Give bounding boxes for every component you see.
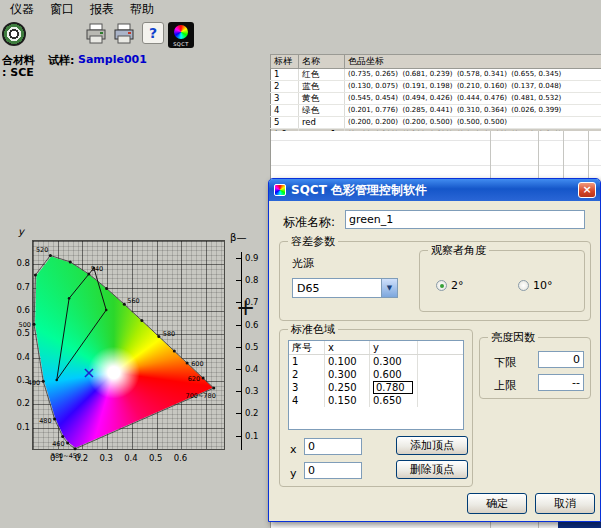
luminance-group: 亮度因数 下限 上限: [479, 337, 591, 399]
y-input[interactable]: [304, 462, 362, 479]
x-tick: 0.1: [50, 453, 64, 463]
add-vertex-button[interactable]: 添加顶点: [396, 436, 468, 455]
standard-name-input[interactable]: [345, 210, 585, 229]
cie-horseshoe: [33, 241, 224, 449]
cell-coords[interactable]: (0.200, 0.200) (0.200, 0.500) (0.500, 0.…: [345, 117, 601, 129]
cell-coords[interactable]: (0.201, 0.776) (0.285, 0.441) (0.310, 0.…: [345, 105, 601, 117]
vertex-cell[interactable]: 0.250: [325, 381, 370, 394]
cell-coords[interactable]: (0.735, 0.265) (0.681, 0.239) (0.578, 0.…: [345, 69, 601, 81]
cell-name[interactable]: 黄色: [299, 93, 345, 105]
mode-label: : SCE: [2, 66, 34, 79]
vertex-table[interactable]: 序号 x y 10.1000.30020.3000.60030.2500.780…: [288, 340, 464, 430]
table-row[interactable]: 4绿色(0.201, 0.776) (0.285, 0.441) (0.310,…: [271, 105, 601, 117]
beta-tick: 0.9: [245, 253, 259, 263]
vertex-cell[interactable]: 1: [289, 355, 325, 368]
vertex-row[interactable]: 20.3000.600: [289, 368, 463, 381]
radio-icon[interactable]: [436, 280, 447, 291]
vertex-row[interactable]: 30.2500.780: [289, 381, 463, 394]
y-tick: 0.8: [14, 258, 30, 268]
menu-help[interactable]: 帮助: [122, 0, 162, 20]
menu-report[interactable]: 报表: [82, 0, 122, 20]
cell-id[interactable]: 4: [271, 105, 299, 117]
beta-tick-mark: [236, 347, 242, 348]
print-icon[interactable]: [84, 22, 108, 46]
y-tick: 0.4: [14, 352, 30, 362]
lower-limit-input[interactable]: [538, 351, 584, 368]
sqct-burst-icon: [174, 25, 188, 39]
col-x: x: [325, 341, 370, 354]
luminance-group-caption: 亮度因数: [488, 330, 538, 345]
sqct-logo-icon[interactable]: SQCT: [168, 22, 194, 48]
help-icon[interactable]: ?: [142, 22, 164, 44]
observer-2deg-radio[interactable]: 2°: [436, 279, 464, 292]
lower-limit-label: 下限: [494, 355, 516, 370]
table-row[interactable]: 2蓝色(0.130, 0.075) (0.191, 0.198) (0.210,…: [271, 81, 601, 93]
cell-id[interactable]: 1: [271, 69, 299, 81]
x-tick: 0.4: [124, 453, 138, 463]
dialog-sqct: SQCT 色彩管理控制软件 × 标准名称: 容差参数 光源 D65 ▼ 观察者角…: [268, 178, 601, 522]
col-seq: 序号: [289, 341, 325, 354]
ok-button[interactable]: 确定: [467, 493, 527, 514]
chromaticity-diagram: y 0.80.70.60.50.40.30.20.1 0.10.20.30.40…: [14, 224, 254, 476]
gamut-group: 标准色域 序号 x y 10.1000.30020.3000.60030.250…: [279, 329, 473, 487]
y-label: y: [290, 467, 297, 480]
vertex-row[interactable]: 40.1500.650: [289, 394, 463, 407]
table-row[interactable]: 5red(0.200, 0.200) (0.200, 0.500) (0.500…: [271, 117, 601, 129]
chevron-down-icon[interactable]: ▼: [381, 279, 397, 297]
light-source-label: 光源: [292, 256, 314, 271]
standard-name-label: 标准名称:: [283, 214, 335, 231]
vertex-cell[interactable]: 0.780: [370, 381, 418, 394]
x-input[interactable]: [304, 438, 362, 455]
observer-10deg-radio[interactable]: 10°: [518, 279, 553, 292]
vertex-cell[interactable]: 0.300: [370, 355, 418, 368]
x-tick: 0.3: [99, 453, 113, 463]
col-y: y: [370, 341, 418, 354]
cell-name[interactable]: 蓝色: [299, 81, 345, 93]
vertex-cell[interactable]: 0.300: [325, 368, 370, 381]
vertex-cell[interactable]: 0.150: [325, 394, 370, 407]
cancel-button[interactable]: 取消: [535, 493, 595, 514]
beta-tick: 0.5: [245, 342, 259, 352]
menu-window[interactable]: 窗口: [42, 0, 82, 20]
beta-tick-mark: [236, 369, 242, 370]
x-label: x: [290, 443, 297, 456]
upper-limit-input[interactable]: [538, 374, 584, 391]
cell-coords[interactable]: (0.130, 0.075) (0.191, 0.198) (0.210, 0.…: [345, 81, 601, 93]
cell-id[interactable]: 3: [271, 93, 299, 105]
x-tick: 0.5: [149, 453, 163, 463]
print-export-icon[interactable]: [112, 22, 136, 46]
light-source-select[interactable]: D65 ▼: [292, 278, 398, 298]
vertex-cell[interactable]: 4: [289, 394, 325, 407]
col-standard: 标样: [271, 55, 299, 69]
dialog-app-icon: [274, 184, 286, 196]
tolerance-group-caption: 容差参数: [288, 234, 338, 249]
observer-group-caption: 观察者角度: [428, 243, 489, 258]
table-row[interactable]: 3黄色(0.545, 0.454) (0.494, 0.426) (0.444,…: [271, 93, 601, 105]
dialog-titlebar[interactable]: SQCT 色彩管理控制软件 ×: [269, 179, 600, 201]
vertex-cell[interactable]: 0.650: [370, 394, 418, 407]
target-icon[interactable]: [2, 22, 26, 46]
cell-name[interactable]: 绿色: [299, 105, 345, 117]
table-row[interactable]: 1红色(0.735, 0.265) (0.681, 0.239) (0.578,…: [271, 69, 601, 81]
vertex-row[interactable]: 10.1000.300: [289, 355, 463, 368]
y-axis-label: y: [18, 226, 24, 237]
vertex-cell[interactable]: 0.100: [325, 355, 370, 368]
app-window: 仪器 窗口 报表 帮助 ? SQCT 合材料 试样: Sample001 : S…: [0, 0, 601, 528]
delete-vertex-button[interactable]: 删除顶点: [396, 460, 468, 479]
cell-coords[interactable]: (0.545, 0.454) (0.494, 0.426) (0.444, 0.…: [345, 93, 601, 105]
vertex-cell[interactable]: 0.600: [370, 368, 418, 381]
observer-10deg-label: 10°: [533, 279, 553, 292]
menu-instrument[interactable]: 仪器: [2, 0, 42, 20]
cell-name[interactable]: red: [299, 117, 345, 129]
vertex-cell[interactable]: 3: [289, 381, 325, 394]
vertex-edit-input[interactable]: 0.780: [373, 381, 413, 394]
cell-id[interactable]: 2: [271, 81, 299, 93]
y-tick: 0.7: [14, 282, 30, 292]
radio-icon[interactable]: [518, 280, 529, 291]
cell-id[interactable]: 5: [271, 117, 299, 129]
y-tick: 0.5: [14, 328, 30, 338]
close-icon[interactable]: ×: [578, 182, 596, 198]
observer-2deg-label: 2°: [451, 279, 464, 292]
cell-name[interactable]: 红色: [299, 69, 345, 81]
vertex-cell[interactable]: 2: [289, 368, 325, 381]
